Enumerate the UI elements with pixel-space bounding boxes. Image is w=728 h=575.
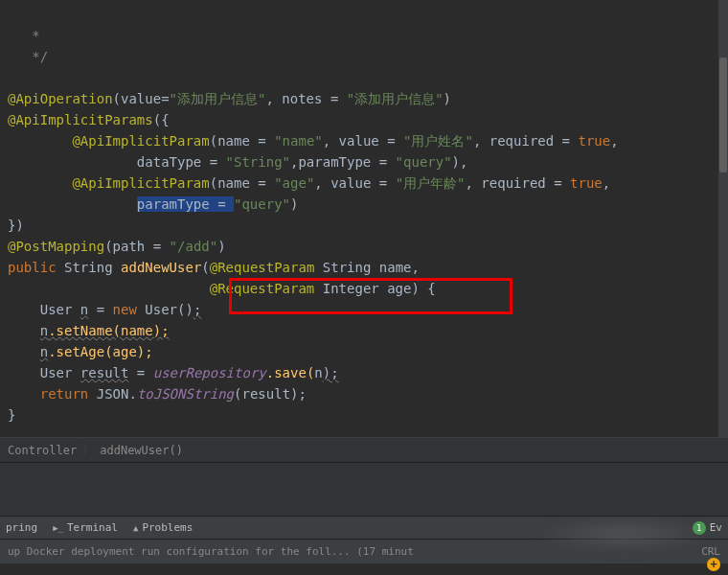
- code-line: *: [8, 28, 40, 43]
- code-line: n.setName(name);: [8, 323, 170, 338]
- code-line: public String addNewUser(@RequestParam S…: [8, 260, 420, 275]
- code-line: */: [8, 49, 48, 64]
- code-line: @ApiImplicitParam(name = "name", value =…: [8, 133, 619, 149]
- editor-scrollbar[interactable]: [718, 0, 728, 437]
- tab-terminal[interactable]: Terminal: [53, 521, 118, 534]
- code-line: dataType = "String",paramType = "query")…: [8, 154, 467, 170]
- code-editor[interactable]: * */ @ApiOperation(value="添加用户信息", notes…: [0, 0, 728, 437]
- code-line: }): [8, 218, 24, 233]
- code-line: User n = new User();: [8, 302, 201, 317]
- tool-window-area: [0, 462, 728, 516]
- add-icon[interactable]: +: [707, 558, 720, 571]
- event-count-badge: 1: [693, 521, 706, 535]
- code-line: @ApiOperation(value="添加用户信息", notes = "添…: [8, 91, 451, 106]
- tab-events[interactable]: 1Ev: [693, 521, 722, 535]
- code-line: paramType = "query"): [8, 196, 298, 212]
- code-line: @PostMapping(path = "/add"): [8, 239, 226, 254]
- tab-spring[interactable]: pring: [6, 521, 37, 534]
- breadcrumb[interactable]: Controller 〉 addNewUser(): [0, 437, 728, 462]
- breadcrumb-item[interactable]: addNewUser(): [100, 444, 183, 457]
- status-bar: up Docker deployment run configuration f…: [0, 539, 728, 564]
- tool-window-bar: pring Terminal Problems 1Ev: [0, 516, 728, 539]
- status-encoding[interactable]: CRL: [701, 545, 720, 558]
- code-line: User result = userRepository.save(n);: [8, 365, 339, 380]
- code-line: @ApiImplicitParam(name = "age", value = …: [8, 175, 610, 191]
- breadcrumb-item[interactable]: Controller: [8, 444, 77, 457]
- scrollbar-thumb[interactable]: [719, 58, 727, 172]
- code-line: return JSON.toJSONString(result);: [8, 386, 307, 402]
- terminal-icon: [53, 521, 63, 534]
- chevron-right-icon: 〉: [82, 442, 94, 458]
- warning-icon: [133, 521, 138, 534]
- code-line: @ApiImplicitParams({: [8, 112, 170, 127]
- code-line: @RequestParam Integer age) {: [8, 281, 436, 296]
- status-message: up Docker deployment run configuration f…: [8, 545, 414, 558]
- code-line: n.setAge(age);: [8, 344, 153, 359]
- tab-problems[interactable]: Problems: [133, 521, 193, 534]
- code-line: }: [8, 407, 15, 423]
